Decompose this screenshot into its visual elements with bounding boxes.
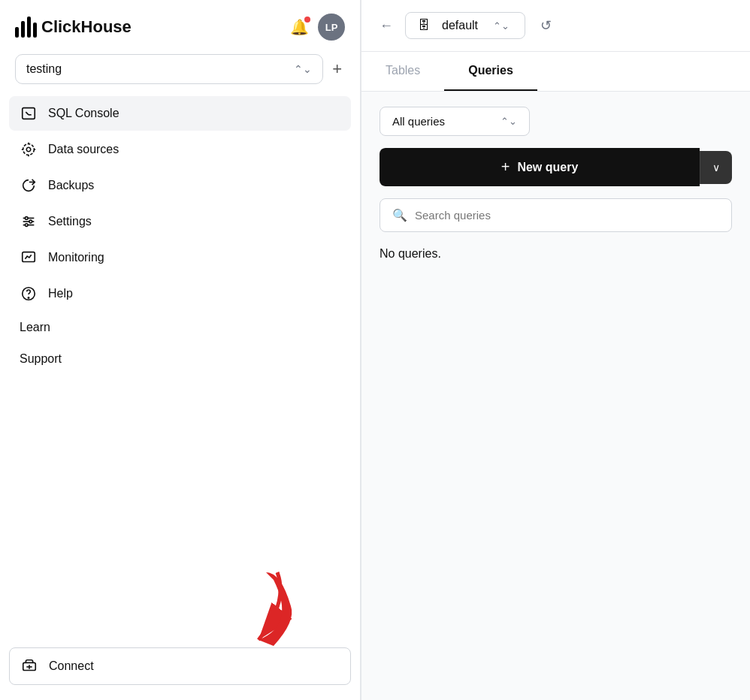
svg-point-3: [26, 147, 31, 152]
workspace-chevron-icon: ⌃⌄: [294, 63, 312, 75]
sidebar-item-label: Monitoring: [48, 251, 104, 264]
search-queries-input[interactable]: [415, 209, 719, 222]
logo: ClickHouse: [15, 17, 132, 38]
sidebar-item-support[interactable]: Support: [9, 344, 351, 374]
workspace-name: testing: [26, 62, 62, 76]
logo-bar-2: [21, 21, 25, 38]
tab-tables[interactable]: Tables: [361, 52, 444, 91]
sidebar-item-label: Learn: [20, 321, 50, 334]
sidebar-item-label: Backups: [48, 179, 94, 192]
sidebar-item-label: Data sources: [48, 143, 119, 156]
sidebar-item-backups[interactable]: Backups: [9, 168, 351, 203]
svg-point-14: [29, 220, 32, 223]
sql-console-icon: [20, 104, 38, 122]
connect-icon: [20, 657, 38, 675]
svg-point-15: [25, 224, 28, 227]
connect-label: Connect: [49, 659, 94, 673]
notification-dot: [304, 17, 310, 23]
db-name: default: [442, 19, 478, 32]
sidebar-item-sql-console[interactable]: SQL Console: [9, 96, 351, 131]
logo-bar-1: [15, 27, 19, 38]
plus-icon: +: [501, 158, 510, 176]
help-icon: [20, 285, 38, 303]
svg-point-18: [28, 297, 29, 298]
sidebar-header: ClickHouse 🔔 LP: [0, 0, 360, 54]
filter-chevron-icon: ⌃⌄: [501, 116, 517, 127]
bell-button[interactable]: 🔔: [290, 18, 309, 36]
logo-bar-3: [27, 17, 31, 38]
back-icon: ←: [380, 18, 393, 33]
sidebar-item-settings[interactable]: Settings: [9, 204, 351, 239]
tab-queries[interactable]: Queries: [444, 52, 537, 91]
avatar[interactable]: LP: [318, 14, 345, 41]
workspace-row: testing ⌃⌄ +: [15, 54, 345, 84]
svg-rect-0: [23, 108, 35, 119]
svg-line-1: [26, 112, 29, 115]
search-queries-box[interactable]: 🔍: [380, 198, 732, 232]
sidebar-item-label: SQL Console: [48, 107, 119, 120]
svg-point-13: [25, 217, 28, 220]
db-icon: 🗄: [418, 19, 430, 32]
chevron-down-icon: ∨: [712, 161, 720, 173]
sidebar-item-data-sources[interactable]: Data sources: [9, 132, 351, 167]
logo-bar-4: [33, 23, 37, 38]
settings-icon: [20, 213, 38, 231]
app-title: ClickHouse: [41, 17, 132, 37]
backups-icon: [20, 177, 38, 195]
connect-section: Connect: [0, 647, 360, 700]
db-selector[interactable]: 🗄 default ⌃⌄: [405, 12, 525, 39]
sidebar-item-label: Settings: [48, 215, 92, 228]
svg-point-4: [23, 144, 35, 155]
back-button[interactable]: ←: [377, 15, 396, 37]
logo-bars: [15, 17, 37, 38]
refresh-button[interactable]: ↺: [537, 14, 555, 37]
filter-label: All queries: [392, 115, 445, 128]
search-icon: 🔍: [392, 208, 407, 222]
monitoring-icon: [20, 249, 38, 267]
new-query-dropdown-button[interactable]: ∨: [700, 151, 732, 184]
sidebar-item-monitoring[interactable]: Monitoring: [9, 240, 351, 275]
queries-filter-select[interactable]: All queries ⌃⌄: [380, 107, 530, 136]
workspace-selector[interactable]: testing ⌃⌄: [15, 54, 323, 84]
sidebar: ClickHouse 🔔 LP testing ⌃⌄ +: [0, 0, 361, 700]
sidebar-item-learn[interactable]: Learn: [9, 312, 351, 342]
main-panel: ← 🗄 default ⌃⌄ ↺ Tables Queries All quer…: [361, 0, 750, 700]
sidebar-item-help[interactable]: Help: [9, 276, 351, 311]
data-sources-icon: [20, 140, 38, 158]
sidebar-item-label: Help: [48, 287, 73, 300]
top-bar: ← 🗄 default ⌃⌄ ↺: [361, 0, 750, 52]
filter-row: All queries ⌃⌄: [380, 107, 732, 136]
refresh-icon: ↺: [540, 18, 552, 33]
new-query-button[interactable]: + New query: [380, 148, 700, 186]
connect-button[interactable]: Connect: [9, 647, 351, 685]
sidebar-item-label: Support: [20, 352, 62, 366]
tabs: Tables Queries: [361, 52, 750, 92]
nav-list: SQL Console Data sources: [0, 96, 360, 647]
db-chevron-icon: ⌃⌄: [493, 20, 510, 32]
new-query-label: New query: [517, 161, 578, 174]
queries-content: All queries ⌃⌄ + New query ∨ 🔍 No querie…: [361, 92, 750, 276]
empty-queries-label: No queries.: [380, 247, 732, 261]
new-query-row: + New query ∨: [380, 148, 732, 186]
add-workspace-button[interactable]: +: [329, 59, 345, 79]
header-icons: 🔔 LP: [290, 14, 345, 41]
